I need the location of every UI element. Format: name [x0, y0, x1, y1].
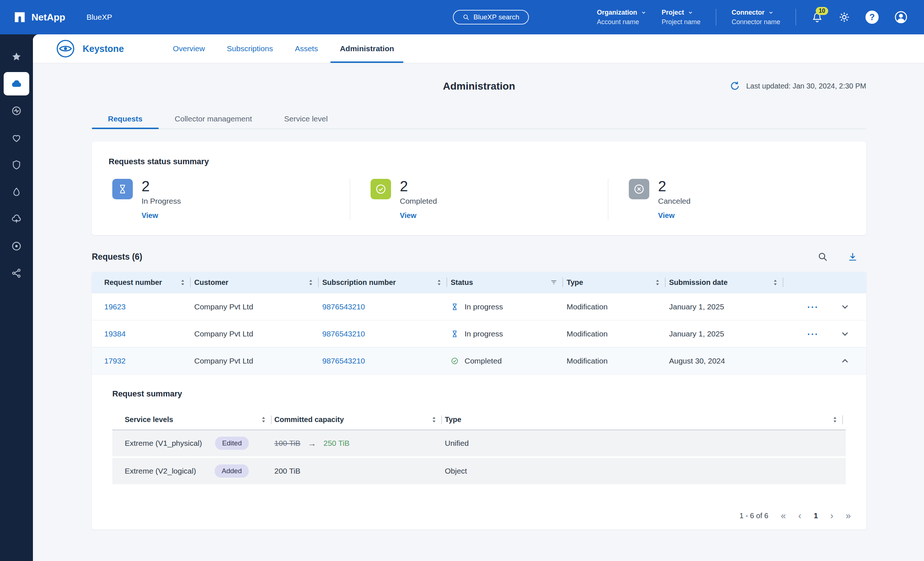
project-selector[interactable]: Project Project name [662, 9, 700, 26]
shield-icon [11, 159, 22, 170]
sidebar-item-favorites[interactable] [4, 45, 29, 68]
tab-collector-management[interactable]: Collector management [159, 109, 268, 129]
status-text: Completed [465, 357, 502, 365]
sidebar-item-security[interactable] [4, 153, 29, 177]
date-cell: January 1, 2025 [669, 303, 724, 311]
completed-status-icon [451, 357, 459, 365]
page-number[interactable]: 1 [814, 512, 818, 520]
summary-table-header: Service levels Committed capacity Type [112, 410, 846, 430]
sidebar-item-storage[interactable] [4, 72, 29, 96]
netapp-logo[interactable]: NetApp [13, 10, 65, 24]
last-page-icon[interactable]: » [846, 511, 851, 520]
sort-icon[interactable] [437, 279, 441, 286]
notifications-button[interactable]: 10 [812, 11, 823, 23]
settings-button[interactable] [838, 11, 850, 23]
table-row[interactable]: 19384 Company Pvt Ltd 9876543210 In prog… [92, 320, 866, 347]
capacity-new: 250 TiB [323, 439, 350, 448]
service-level-cell: Extreme (V2_logical) [125, 466, 196, 476]
more-actions-icon[interactable]: ⋯ [807, 304, 819, 310]
column-summary-type[interactable]: Type [445, 416, 846, 424]
type-cell: Modification [567, 330, 608, 338]
sort-icon[interactable] [308, 279, 313, 286]
gear-icon [838, 11, 850, 23]
tab-overview[interactable]: Overview [162, 34, 216, 63]
organization-label: Organization [597, 9, 637, 16]
page-content: Administration Last updated: Jan 30, 202… [33, 63, 924, 530]
request-number-link[interactable]: 17932 [104, 357, 126, 365]
arrow-right-icon: → [308, 438, 316, 448]
table-row-expanded[interactable]: 17932 Company Pvt Ltd 9876543210 Complet… [92, 347, 866, 374]
filter-icon[interactable] [550, 279, 558, 286]
sidebar-item-protection[interactable] [4, 126, 29, 150]
subscription-number-link[interactable]: 9876543210 [322, 330, 365, 338]
column-type[interactable]: Type [567, 278, 669, 287]
expand-row-icon[interactable] [840, 302, 850, 312]
help-button[interactable]: ? [866, 10, 879, 24]
sidebar-item-extensions[interactable] [4, 261, 29, 285]
canceled-label: Canceled [658, 197, 691, 206]
more-actions-icon[interactable]: ⋯ [807, 331, 819, 337]
column-customer[interactable]: Customer [194, 278, 322, 287]
cloud-icon [10, 78, 22, 90]
tab-assets[interactable]: Assets [284, 34, 329, 63]
sort-icon[interactable] [773, 279, 778, 286]
type-cell: Modification [567, 303, 608, 311]
view-completed-link[interactable]: View [400, 212, 416, 220]
request-number-link[interactable]: 19384 [104, 330, 126, 338]
star-icon [11, 51, 22, 62]
sort-icon[interactable] [180, 279, 185, 286]
expand-row-icon[interactable] [840, 329, 850, 339]
requests-status-summary-card: Requests status summary 2 In Progress Vi… [92, 141, 866, 235]
type-cell: Modification [567, 357, 608, 365]
sort-icon[interactable] [655, 279, 660, 286]
column-submission-date[interactable]: Submission date [669, 278, 787, 287]
download-icon[interactable] [847, 251, 858, 262]
collapse-row-icon[interactable] [840, 356, 850, 366]
hourglass-status-icon [451, 303, 459, 311]
view-in-progress-link[interactable]: View [142, 212, 158, 220]
netapp-mark-icon [13, 10, 26, 24]
view-canceled-link[interactable]: View [658, 212, 675, 220]
sort-icon[interactable] [261, 416, 266, 423]
column-status[interactable]: Status [451, 278, 567, 287]
in-progress-label: In Progress [142, 197, 181, 206]
previous-page-icon[interactable]: ‹ [798, 511, 801, 520]
refresh-icon[interactable] [729, 81, 740, 92]
status-text: In progress [465, 303, 503, 311]
tab-requests[interactable]: Requests [92, 109, 159, 129]
table-row[interactable]: 19623 Company Pvt Ltd 9876543210 In prog… [92, 293, 866, 320]
sidebar-item-health[interactable] [4, 99, 29, 123]
connector-value: Connector name [732, 18, 780, 26]
app-root: NetApp BlueXP BlueXP search Organization… [0, 0, 924, 561]
chevron-down-icon [768, 10, 774, 15]
request-number-link[interactable]: 19623 [104, 303, 126, 311]
next-page-icon[interactable]: › [830, 511, 833, 520]
bluexp-search[interactable]: BlueXP search [453, 10, 529, 24]
first-page-icon[interactable]: « [781, 511, 786, 520]
tab-administration[interactable]: Administration [329, 34, 405, 63]
column-service-levels[interactable]: Service levels [112, 416, 274, 424]
search-label: BlueXP search [473, 13, 519, 21]
sidebar-item-governance[interactable] [4, 234, 29, 258]
sort-icon[interactable] [432, 416, 436, 423]
connector-selector[interactable]: Connector Connector name [732, 9, 780, 26]
tab-subscriptions[interactable]: Subscriptions [216, 34, 284, 63]
column-request-number[interactable]: Request number [92, 278, 194, 287]
column-committed-capacity[interactable]: Committed capacity [274, 416, 445, 424]
sidebar-item-sync[interactable] [4, 207, 29, 231]
topbar: NetApp BlueXP BlueXP search Organization… [0, 0, 924, 34]
summary-row: Extreme (V2_logical) Added 200 TiB Objec… [112, 458, 846, 486]
added-badge: Added [215, 465, 249, 478]
column-subscription-number[interactable]: Subscription number [322, 278, 451, 287]
summary-row: Extreme (V1_physical) Edited 100 TiB → 2… [112, 430, 846, 458]
tab-service-level[interactable]: Service level [268, 109, 344, 129]
subscription-number-link[interactable]: 9876543210 [322, 357, 365, 365]
account-button[interactable] [894, 10, 908, 24]
sort-icon[interactable] [832, 416, 837, 423]
sidebar-item-mobility[interactable] [4, 180, 29, 204]
table-search-icon[interactable] [817, 251, 828, 262]
organization-selector[interactable]: Organization Account name [597, 9, 646, 26]
page-head: Administration Last updated: Jan 30, 202… [92, 63, 866, 95]
app-title: Keystone [82, 44, 124, 54]
subscription-number-link[interactable]: 9876543210 [322, 303, 365, 311]
